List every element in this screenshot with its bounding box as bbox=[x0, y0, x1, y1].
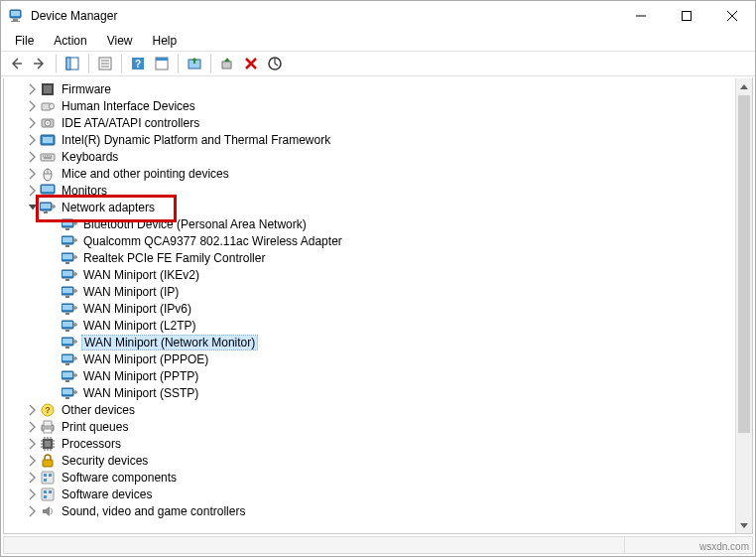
chevron-right-icon[interactable] bbox=[26, 403, 40, 417]
svg-rect-40 bbox=[156, 58, 168, 61]
tree-item-realtek[interactable]: Realtek PCIe FE Family Controller bbox=[4, 249, 752, 266]
network-adapter-icon bbox=[62, 267, 77, 283]
chevron-right-icon[interactable] bbox=[26, 116, 40, 130]
show-hide-tree-button[interactable] bbox=[62, 53, 83, 74]
enable-device-button[interactable] bbox=[216, 53, 238, 74]
titlebar: Device Manager bbox=[1, 1, 755, 31]
device-tree[interactable]: Firmware Human Interface Devices IDE ATA… bbox=[4, 78, 752, 521]
tree-item-network-adapters[interactable]: Network adapters bbox=[4, 199, 752, 215]
network-adapter-icon bbox=[62, 335, 77, 350]
tree-label: Mice and other pointing devices bbox=[60, 167, 231, 181]
tree-label: WAN Miniport (IKEv2) bbox=[81, 268, 201, 282]
tree-item-software-components[interactable]: Software components bbox=[4, 469, 752, 486]
chevron-right-icon[interactable] bbox=[26, 167, 40, 181]
menu-help[interactable]: Help bbox=[145, 32, 186, 50]
tree-item-wan-ip[interactable]: WAN Miniport (IP) bbox=[4, 283, 752, 300]
network-adapter-icon bbox=[40, 200, 56, 215]
scroll-down-button[interactable] bbox=[736, 516, 752, 533]
tree-item-sound[interactable]: Sound, video and game controllers bbox=[4, 502, 752, 519]
tree-item-wan-sstp[interactable]: WAN Miniport (SSTP) bbox=[4, 384, 752, 401]
menu-view[interactable]: View bbox=[99, 32, 141, 50]
tree-item-wan-pptp[interactable]: WAN Miniport (PPTP) bbox=[4, 367, 752, 384]
menubar: File Action View Help bbox=[1, 31, 755, 51]
tree-item-mice[interactable]: Mice and other pointing devices bbox=[4, 165, 752, 182]
tree-label: WAN Miniport (L2TP) bbox=[81, 319, 198, 333]
tree-item-software-devices[interactable]: Software devices bbox=[4, 486, 752, 502]
lock-icon bbox=[40, 453, 56, 469]
scan-hardware-button[interactable] bbox=[264, 53, 286, 74]
watermark: wsxdn.com bbox=[699, 541, 749, 552]
tree-item-print-queues[interactable]: Print queues bbox=[4, 418, 752, 435]
chevron-right-icon[interactable] bbox=[26, 454, 40, 468]
window-controls bbox=[618, 1, 755, 31]
tree-item-wan-ipv6[interactable]: WAN Miniport (IPv6) bbox=[4, 300, 752, 317]
help-button[interactable]: ? bbox=[127, 53, 149, 74]
tree-item-ide[interactable]: IDE ATA/ATAPI controllers bbox=[4, 114, 752, 131]
tree-item-wan-ikev2[interactable]: WAN Miniport (IKEv2) bbox=[4, 266, 752, 283]
tree-item-other-devices[interactable]: Other devices bbox=[4, 401, 752, 418]
tree-label: Processors bbox=[60, 437, 123, 451]
tree-item-keyboards[interactable]: Keyboards bbox=[4, 148, 752, 165]
uninstall-device-button[interactable] bbox=[240, 53, 262, 74]
toolbar: ? bbox=[1, 51, 755, 76]
window-title: Device Manager bbox=[31, 9, 117, 23]
tree-label: WAN Miniport (PPPOE) bbox=[81, 352, 210, 366]
tree-item-qualcomm[interactable]: Qualcomm QCA9377 802.11ac Wireless Adapt… bbox=[4, 232, 752, 249]
chevron-right-icon[interactable] bbox=[26, 437, 40, 451]
tree-item-security-devices[interactable]: Security devices bbox=[4, 452, 752, 469]
back-button[interactable] bbox=[5, 53, 27, 74]
software-icon bbox=[40, 487, 56, 502]
scroll-thumb[interactable] bbox=[738, 95, 750, 433]
tree-label: Other devices bbox=[60, 403, 137, 417]
network-adapter-icon bbox=[62, 233, 77, 249]
chevron-right-icon[interactable] bbox=[26, 150, 40, 164]
chevron-right-icon[interactable] bbox=[26, 471, 40, 485]
tree-label: Network adapters bbox=[60, 201, 157, 214]
network-adapter-icon bbox=[62, 284, 77, 300]
svg-rect-33 bbox=[683, 12, 692, 21]
minimize-button[interactable] bbox=[618, 1, 664, 31]
tree-item-processors[interactable]: Processors bbox=[4, 435, 752, 452]
firmware-icon bbox=[40, 81, 56, 97]
tree-item-firmware[interactable]: Firmware bbox=[4, 80, 752, 97]
network-adapter-icon bbox=[62, 351, 77, 367]
chevron-right-icon[interactable] bbox=[26, 133, 40, 147]
forward-button[interactable] bbox=[29, 53, 51, 74]
chevron-down-icon[interactable] bbox=[26, 201, 40, 214]
scroll-up-button[interactable] bbox=[736, 78, 752, 95]
other-devices-icon bbox=[40, 402, 56, 418]
network-adapter-icon bbox=[62, 318, 77, 334]
tree-label: Keyboards bbox=[60, 150, 120, 164]
chevron-right-icon[interactable] bbox=[26, 184, 40, 198]
chevron-right-icon[interactable] bbox=[26, 504, 40, 518]
vertical-scrollbar[interactable] bbox=[735, 78, 752, 533]
svg-rect-35 bbox=[66, 58, 70, 70]
chevron-right-icon[interactable] bbox=[26, 82, 40, 96]
properties-button[interactable] bbox=[94, 53, 116, 74]
tree-item-wan-l2tp[interactable]: WAN Miniport (L2TP) bbox=[4, 317, 752, 334]
tree-label: WAN Miniport (Network Monitor) bbox=[81, 335, 258, 350]
close-button[interactable] bbox=[709, 1, 755, 31]
chevron-right-icon[interactable] bbox=[26, 487, 40, 501]
tree-item-intel-dptf[interactable]: Intel(R) Dynamic Platform and Thermal Fr… bbox=[4, 131, 752, 148]
tree-item-wan-pppoe[interactable]: WAN Miniport (PPPOE) bbox=[4, 350, 752, 367]
tree-label: Qualcomm QCA9377 802.11ac Wireless Adapt… bbox=[81, 234, 344, 248]
statusbar bbox=[3, 536, 753, 554]
tree-label: IDE ATA/ATAPI controllers bbox=[60, 116, 201, 130]
tree-label: WAN Miniport (SSTP) bbox=[81, 386, 200, 400]
tree-label: Security devices bbox=[60, 454, 150, 468]
tree-item-monitors[interactable]: Monitors bbox=[4, 182, 752, 199]
action-button[interactable] bbox=[151, 53, 173, 74]
tree-label: Monitors bbox=[60, 184, 109, 198]
chevron-right-icon[interactable] bbox=[26, 99, 40, 113]
tree-item-wan-netmon[interactable]: WAN Miniport (Network Monitor) bbox=[4, 334, 752, 350]
tree-item-bluetooth-pan[interactable]: Bluetooth Device (Personal Area Network) bbox=[4, 215, 752, 232]
update-driver-button[interactable] bbox=[184, 53, 205, 74]
maximize-button[interactable] bbox=[664, 1, 709, 31]
chevron-right-icon[interactable] bbox=[26, 420, 40, 434]
tree-item-hid[interactable]: Human Interface Devices bbox=[4, 97, 752, 114]
tree-label: WAN Miniport (PPTP) bbox=[81, 369, 200, 383]
svg-text:?: ? bbox=[135, 59, 141, 70]
menu-file[interactable]: File bbox=[7, 32, 42, 50]
menu-action[interactable]: Action bbox=[46, 32, 94, 50]
